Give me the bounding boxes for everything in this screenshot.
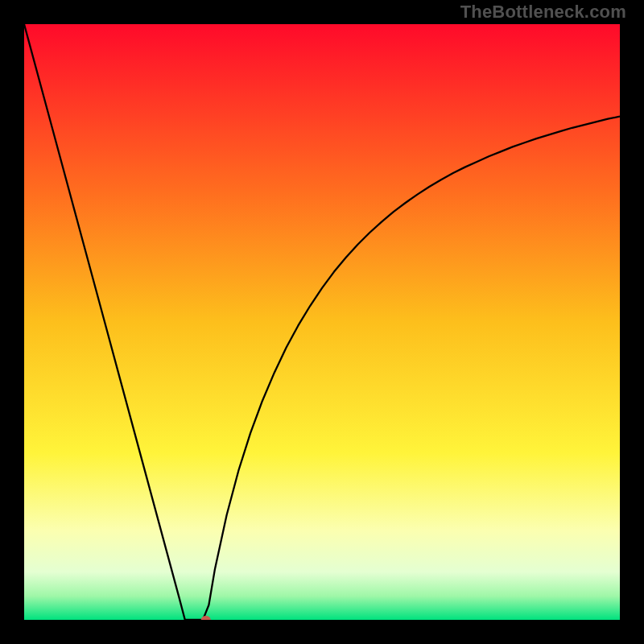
bottleneck-curve-chart bbox=[24, 24, 620, 620]
plot-area bbox=[24, 24, 620, 620]
gradient-background bbox=[24, 24, 620, 620]
chart-container: TheBottleneck.com bbox=[0, 0, 644, 644]
watermark-text: TheBottleneck.com bbox=[460, 2, 626, 23]
